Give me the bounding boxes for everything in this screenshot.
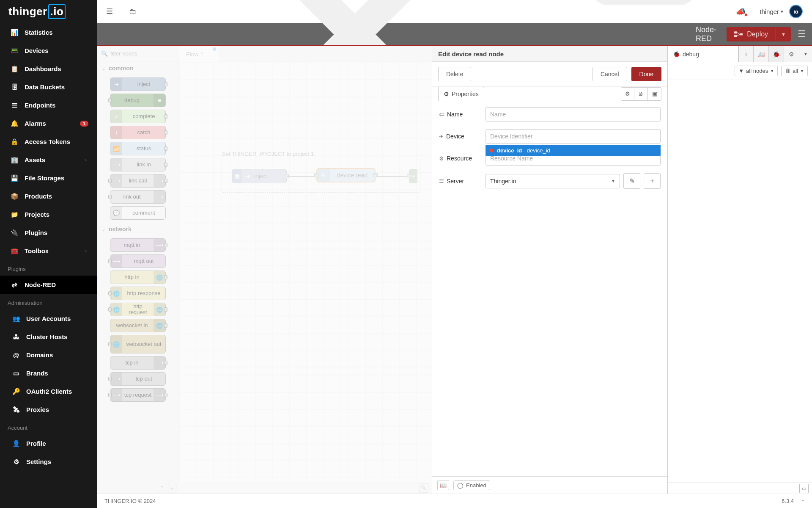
server-select[interactable]: Thinger.io ▼ [486, 174, 620, 188]
palette-node-mqtt-out[interactable]: ⟶mqtt out [110, 254, 166, 268]
scroll-top-icon[interactable]: ↑ [801, 498, 804, 505]
done-button[interactable]: Done [631, 67, 661, 81]
palette-node-comment[interactable]: 💬comment [110, 206, 166, 220]
brand-logo[interactable]: thinger.io [0, 0, 97, 23]
output-port [164, 323, 167, 328]
info-tab-icon[interactable]: i [738, 46, 754, 62]
announcements-icon[interactable]: 📣 [736, 7, 746, 17]
palette-node-catch[interactable]: !catch [110, 126, 166, 139]
palette-node-mqtt-in[interactable]: mqtt in⟶ [110, 238, 166, 252]
palette-node-http-in[interactable]: http in🌐 [110, 271, 166, 284]
debug-tab[interactable]: 🐞 debug [668, 46, 738, 62]
alarm-icon: 🔔 [10, 120, 19, 127]
properties-tab[interactable]: ⚙ Properties [438, 87, 484, 101]
nodered-header: Node-RED Deploy ▼ ☰ [97, 23, 812, 45]
device-input[interactable] [486, 129, 661, 144]
output-port [164, 275, 167, 279]
editor-panel: Edit device read node Delete Cancel Done… [432, 46, 667, 494]
sidebar-item-statistics[interactable]: 📊Statistics [0, 23, 97, 41]
palette-node-http-response[interactable]: 🌐http response [110, 287, 166, 300]
chevron-down-icon: ▼ [611, 179, 615, 183]
flow-node-device-read[interactable]: ✈ device read [316, 168, 376, 182]
add-server-button[interactable]: ＋ [644, 173, 661, 189]
enabled-toggle[interactable]: ◯ Enabled [453, 480, 490, 490]
deploy-dropdown[interactable]: ▼ [776, 28, 791, 40]
sidebar-item-file-storages[interactable]: 💾File Storages [0, 169, 97, 187]
flow-node-debug-partial[interactable]: ≡ [409, 169, 417, 183]
sidebar-item-alarms[interactable]: 🔔Alarms1 [0, 114, 97, 133]
sidebar-item-endpoints[interactable]: ☰Endpoints [0, 96, 97, 114]
sidebar-item-data-buckets[interactable]: 🗄Data Buckets [0, 78, 97, 96]
sidebar-item-settings[interactable]: ⚙Settings [0, 453, 97, 471]
hamburger-menu-icon[interactable]: ☰ [798, 29, 806, 40]
sidebar-item-access-tokens[interactable]: 🔒Access Tokens [0, 133, 97, 151]
palette-search[interactable]: 🔍 filter nodes [97, 46, 179, 61]
flow-node-inject[interactable]: ▦ ➜ inject [232, 169, 287, 183]
sidebar-item-user-accounts[interactable]: 👥User Accounts [0, 309, 97, 328]
sidebar-item-devices[interactable]: 📟Devices [0, 41, 97, 60]
config-tab-icon[interactable]: ⚙ [784, 46, 799, 62]
footer: THINGER.IO © 2024 6.3.4 ↑ [97, 494, 812, 508]
editor-actions: Delete Cancel Done [432, 62, 667, 87]
sidebar-item-assets[interactable]: 🏢Assets› [0, 151, 97, 169]
sidebar-item-dashboards[interactable]: 📋Dashboards [0, 60, 97, 78]
help-tab-icon[interactable]: 📖 [754, 46, 769, 62]
deploy-button[interactable]: Deploy [727, 27, 776, 41]
palette-node-debug[interactable]: debug≡ [110, 94, 166, 107]
delete-button[interactable]: Delete [438, 67, 471, 81]
book-icon[interactable]: 📖 [437, 480, 449, 490]
tab-flow-1[interactable]: Flow 1 [179, 46, 219, 62]
sidebar-tabs-dropdown[interactable]: ▼ [799, 46, 812, 62]
clear-all-button[interactable]: 🗑 all ▼ [781, 66, 808, 76]
sidebar-item-products[interactable]: 📦Products [0, 187, 97, 205]
sidebar-item-brands[interactable]: ▭Brands [0, 364, 97, 382]
palette-cat-network[interactable]: ⌄network [97, 222, 179, 236]
palette-node-websocket-in[interactable]: websocket in🌐 [110, 319, 166, 332]
palette-node-tcp-request[interactable]: ⟶tcp request⟶ [110, 388, 166, 402]
sidebar-item-toolbox[interactable]: 🧰Toolbox› [0, 242, 97, 260]
palette-node-link-out[interactable]: link out⟶ [110, 190, 166, 204]
sidebar-item-cluster-hosts[interactable]: 🖧Cluster Hosts [0, 328, 97, 346]
flow-canvas[interactable]: Set THINGER_PROJECT to project 1 ▦ ➜ inj… [179, 62, 432, 482]
user-menu[interactable]: thinger ▼ io [760, 5, 803, 18]
sidebar-item-domains[interactable]: @Domains [0, 346, 97, 364]
debug-tab-icon[interactable]: 🐞 [769, 46, 784, 62]
output-port [164, 163, 167, 167]
open-window-icon[interactable]: ▭ [799, 484, 809, 493]
svg-rect-3 [734, 35, 737, 37]
nodered-body: 🔍 filter nodes ⌄common ➜injectdebug≡✓com… [97, 45, 812, 494]
appearance-tab-icon[interactable]: ▣ [648, 87, 661, 101]
token-icon: 🔒 [10, 138, 19, 146]
sidebar-item-oauth2-clients[interactable]: 🔑OAuth2 Clients [0, 382, 97, 400]
edit-server-button[interactable]: ✎ [623, 173, 640, 189]
palette-node-status[interactable]: 📶status [110, 142, 166, 155]
palette-node-link-call[interactable]: ⟶link call⟶ [110, 174, 166, 188]
palette-collapse-down[interactable]: ⌄ [168, 484, 176, 492]
sidebar-item-proxies[interactable]: 🛰Proxies [0, 400, 97, 419]
inject-trigger-button[interactable]: ▦ [232, 169, 241, 183]
input-port[interactable] [314, 173, 318, 177]
sidebar-item-node-red[interactable]: ⇄ Node-RED [0, 276, 97, 294]
view-search-icon[interactable]: 🔍 [419, 483, 428, 493]
section-plugins: Plugins [0, 260, 97, 276]
palette-node-link-in[interactable]: ⟶link in [110, 158, 166, 171]
sidebar-item-plugins[interactable]: 🔌Plugins [0, 224, 97, 242]
name-input[interactable] [486, 107, 661, 121]
filter-all-nodes[interactable]: ▼ all nodes ▼ [735, 66, 778, 76]
sidebar-item-projects[interactable]: 📁Projects [0, 205, 97, 224]
palette-node-websocket-out[interactable]: 🌐websocket out [110, 335, 166, 353]
palette-node-tcp-out[interactable]: ⟶tcp out [110, 372, 166, 386]
palette-collapse-up[interactable]: ⌃ [158, 484, 166, 492]
input-port[interactable] [407, 174, 411, 178]
sidebar-item-profile[interactable]: 👤Profile [0, 434, 97, 453]
palette-node-http-request[interactable]: 🌐http request🌐 [110, 303, 166, 316]
palette-cat-common[interactable]: ⌄common [97, 61, 179, 75]
palette-node-tcp-in[interactable]: tcp in⟶ [110, 356, 166, 370]
env-tab-icon[interactable]: ⚙ [621, 87, 634, 101]
workspace: Flow 1 Set THINGER_PROJECT to project 1 … [179, 46, 432, 494]
autocomplete-dropdown[interactable]: device_id - device_id [486, 145, 661, 156]
description-tab-icon[interactable]: 🗎 [634, 87, 648, 101]
palette-node-inject[interactable]: ➜inject [110, 77, 166, 91]
cancel-button[interactable]: Cancel [593, 67, 627, 81]
palette-node-complete[interactable]: ✓complete [110, 110, 166, 123]
